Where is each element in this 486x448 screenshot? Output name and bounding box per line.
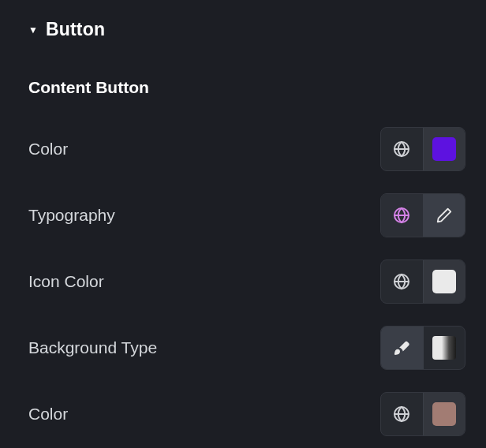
global-value-toggle[interactable] — [381, 260, 423, 303]
globe-icon — [392, 206, 411, 225]
control-group — [380, 259, 465, 304]
global-value-toggle[interactable] — [381, 128, 423, 170]
control-group — [380, 193, 465, 237]
property-label: Icon Color — [28, 272, 104, 291]
color-picker-button[interactable] — [423, 393, 465, 435]
global-value-toggle[interactable] — [381, 194, 423, 237]
globe-icon — [392, 405, 411, 424]
property-row-bg-color: Color — [28, 392, 465, 436]
color-picker-button[interactable] — [423, 128, 465, 170]
caret-down-icon: ▼ — [28, 25, 38, 35]
property-row-color: Color — [28, 127, 465, 171]
property-row-icon-color: Icon Color — [28, 259, 465, 304]
gradient-icon — [432, 336, 456, 360]
property-row-background-type: Background Type — [28, 326, 465, 370]
subsection-title: Content Button — [28, 78, 465, 97]
bg-type-gradient-button[interactable] — [423, 327, 465, 369]
control-group — [380, 392, 465, 436]
section-title: Button — [46, 19, 105, 40]
global-value-toggle[interactable] — [381, 393, 423, 435]
control-group — [380, 326, 465, 370]
bg-type-classic-button[interactable] — [381, 327, 423, 369]
property-label: Typography — [28, 206, 115, 225]
color-swatch — [432, 270, 456, 293]
property-label: Color — [28, 140, 68, 159]
edit-typography-button[interactable] — [423, 194, 465, 237]
brush-icon — [393, 339, 410, 357]
property-row-typography: Typography — [28, 193, 465, 237]
control-group — [380, 127, 465, 171]
property-label: Color — [28, 405, 68, 424]
globe-icon — [392, 140, 411, 159]
color-swatch — [432, 137, 456, 161]
property-label: Background Type — [28, 338, 157, 357]
color-swatch — [432, 402, 456, 426]
globe-icon — [392, 272, 411, 291]
color-picker-button[interactable] — [423, 260, 465, 303]
section-header-button[interactable]: ▼ Button — [28, 19, 465, 40]
pencil-icon — [436, 207, 453, 224]
properties-panel: ▼ Button Content Button Color Typography — [0, 0, 486, 448]
